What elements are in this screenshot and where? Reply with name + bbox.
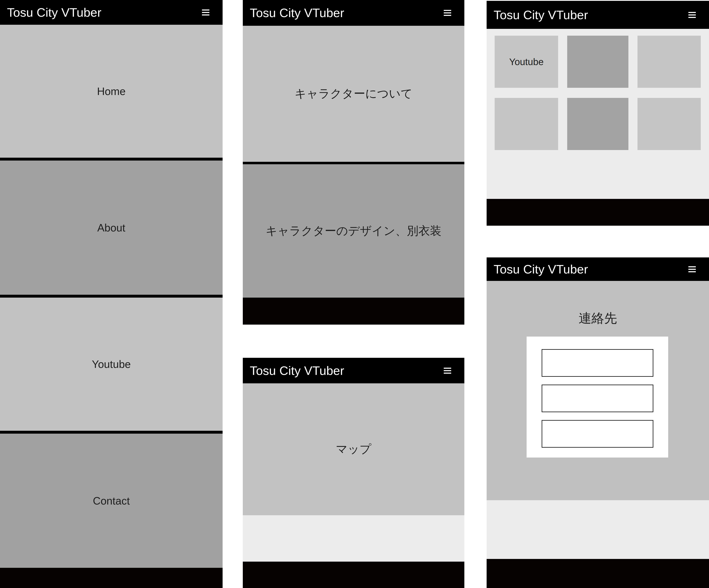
page-footer — [487, 559, 709, 588]
hamburger-bar — [444, 368, 451, 369]
hamburger-menu-icon[interactable] — [688, 1, 696, 29]
section-divider — [0, 158, 222, 161]
appbar-map: Tosu City VTuber — [243, 358, 464, 383]
app-title: Tosu City VTuber — [250, 364, 344, 378]
content-section-label: キャラクターのデザイン、別衣装 — [266, 223, 442, 239]
content-section-label: キャラクターについて — [295, 86, 413, 102]
screen-contact: Tosu City VTuber 連絡先 — [487, 258, 709, 588]
contact-input-3[interactable] — [542, 420, 653, 448]
screen-home: Tosu City VTuber Home About Youtube Cont… — [0, 0, 222, 588]
page-footer — [243, 298, 464, 325]
hamburger-bar — [688, 15, 696, 16]
contact-section: 連絡先 — [487, 281, 709, 500]
video-thumbnail[interactable] — [567, 36, 628, 88]
hamburger-menu-icon[interactable] — [688, 258, 696, 281]
content-section-label: マップ — [336, 442, 371, 457]
video-grid: Youtube — [495, 36, 701, 150]
nav-section-label: About — [97, 221, 125, 234]
section-divider — [0, 431, 222, 434]
app-title: Tosu City VTuber — [250, 6, 344, 20]
video-thumbnail[interactable] — [637, 36, 701, 88]
video-thumbnail[interactable] — [637, 98, 701, 150]
section-divider — [243, 162, 464, 164]
hamburger-bar — [444, 12, 451, 14]
spacer-band — [487, 500, 709, 559]
video-thumbnail-label: Youtube — [509, 56, 544, 68]
hamburger-bar — [202, 12, 209, 13]
hamburger-bar — [444, 10, 451, 11]
appbar-contact: Tosu City VTuber — [487, 258, 709, 281]
page-footer — [487, 199, 709, 226]
contact-input-1[interactable] — [542, 349, 653, 377]
nav-section-contact[interactable]: Contact — [0, 434, 222, 568]
hamburger-bar — [688, 266, 696, 267]
hamburger-bar — [688, 17, 696, 18]
video-thumbnail[interactable] — [567, 98, 628, 150]
hamburger-menu-icon[interactable] — [444, 0, 451, 26]
hamburger-bar — [444, 373, 451, 374]
section-divider — [0, 295, 222, 298]
hamburger-bar — [688, 12, 696, 13]
content-section-map: マップ — [243, 383, 464, 515]
video-thumbnail-youtube[interactable]: Youtube — [495, 36, 558, 88]
screen-character: Tosu City VTuber キャラクターについて キャラクターのデザイン、… — [243, 0, 464, 325]
nav-section-home[interactable]: Home — [0, 25, 222, 158]
hamburger-menu-icon[interactable] — [444, 358, 451, 383]
wireframe-canvas: Tosu City VTuber Home About Youtube Cont… — [0, 0, 709, 588]
page-footer — [243, 562, 464, 588]
app-title: Tosu City VTuber — [7, 5, 101, 20]
page-footer — [0, 568, 222, 588]
hamburger-bar — [202, 9, 209, 10]
contact-heading: 連絡先 — [487, 312, 709, 325]
nav-section-label: Youtube — [92, 358, 131, 370]
hamburger-bar — [202, 15, 209, 16]
hamburger-bar — [444, 370, 451, 371]
app-title: Tosu City VTuber — [494, 8, 588, 22]
content-section-character-about: キャラクターについて — [243, 26, 464, 162]
nav-section-youtube[interactable]: Youtube — [0, 298, 222, 431]
appbar-character: Tosu City VTuber — [243, 0, 464, 26]
content-section-character-design: キャラクターのデザイン、別衣装 — [243, 164, 464, 298]
app-title: Tosu City VTuber — [494, 262, 588, 276]
contact-input-2[interactable] — [542, 384, 653, 412]
video-thumbnail[interactable] — [495, 98, 558, 150]
nav-section-label: Home — [97, 85, 126, 98]
hamburger-menu-icon[interactable] — [202, 0, 209, 25]
contact-form — [527, 337, 668, 457]
nav-section-label: Contact — [93, 495, 130, 507]
hamburger-bar — [688, 271, 696, 272]
spacer-band — [243, 515, 464, 562]
appbar-home: Tosu City VTuber — [0, 0, 222, 25]
video-grid-area: Youtube — [487, 29, 709, 199]
hamburger-bar — [444, 15, 451, 16]
hamburger-bar — [688, 269, 696, 270]
appbar-youtube: Tosu City VTuber — [487, 1, 709, 29]
screen-map: Tosu City VTuber マップ — [243, 358, 464, 588]
nav-section-about[interactable]: About — [0, 161, 222, 295]
screen-youtube: Tosu City VTuber Youtube — [487, 1, 709, 226]
